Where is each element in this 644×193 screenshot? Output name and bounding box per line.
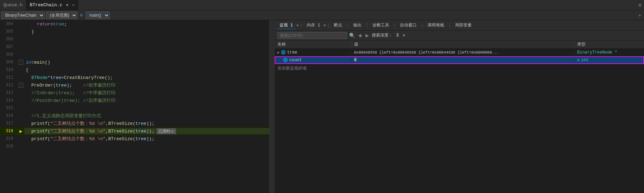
code-lines: 304 return true; 305 } 306: [0, 20, 269, 150]
nav-forward-button[interactable]: ▶: [364, 33, 370, 38]
line-number: 316: [0, 113, 17, 118]
code-line-318: 318 ▶ printf("二叉树结点个数：%d \n", BTreeSize(…: [0, 127, 269, 135]
code-line-317: 317 printf("二叉树结点个数：%d \n", BTreeSize(tr…: [0, 120, 269, 127]
project-selector[interactable]: BinaryTreeChain: [1, 11, 45, 19]
watch-type-count: ↻ int: [574, 57, 644, 63]
col-value: 值: [351, 41, 574, 47]
line-number: 312: [0, 83, 17, 88]
code-line-305: 305 }: [0, 28, 269, 35]
code-content: }: [24, 29, 269, 34]
line-number: 308: [0, 52, 17, 57]
code-content: {: [24, 67, 269, 73]
code-line-313: 313 //InOrder(tree); //中序遍历打印: [0, 89, 269, 97]
tab-close-button[interactable]: ✕: [72, 3, 74, 7]
code-line-309: 309 − int main(): [0, 58, 269, 66]
code-content: //InOrder(tree); //中序遍历打印: [24, 90, 269, 96]
line-number: 315: [0, 106, 17, 111]
code-line-319: 319 printf("二叉树结点个数：%d \n", BTreeSize(tr…: [0, 135, 269, 143]
tab-locals[interactable]: 局部变量: [452, 22, 474, 29]
tab-btreechain-c[interactable]: BTreeChain.c ● ✕: [26, 0, 78, 10]
watch-table: 名称 值 类型 ▶ 🌐 tree 0x00848558 {left=0x0084…: [275, 40, 644, 193]
watch-val-count: 6: [351, 57, 574, 63]
line-gutter: −: [17, 83, 24, 88]
tab-autos[interactable]: 自动窗口: [397, 22, 419, 29]
search-input[interactable]: [277, 32, 347, 39]
line-number: 311: [0, 75, 17, 80]
collapse-button[interactable]: −: [18, 60, 23, 65]
line-number: 314: [0, 98, 17, 103]
function-selector[interactable]: main(): [86, 11, 110, 19]
code-content: //1.定义成静态局部变量打印方式: [24, 113, 269, 119]
depth-label: 搜索深度：: [372, 32, 393, 38]
line-gutter-execution: ▶: [17, 128, 24, 134]
code-line-312: 312 − PreOrder(tree); //前序遍历打印: [0, 81, 269, 89]
execution-badge: 已用时≪: [157, 128, 176, 134]
code-content: return true;: [24, 22, 269, 27]
line-number: 313: [0, 90, 17, 95]
tab-queue-h[interactable]: Queue.h: [0, 0, 26, 10]
tab-label: BTreeChain.c: [30, 2, 63, 8]
watch-type-tree: BinaryTreeNode *: [574, 50, 644, 55]
refresh-icon[interactable]: ↻: [577, 57, 580, 63]
code-line-306: 306: [0, 35, 269, 43]
search-bar: 🔍 ◀ ▶ 搜索深度： 3 ▼: [275, 31, 644, 40]
tab-modified-dot: ●: [66, 2, 69, 8]
tab-breakpoints[interactable]: 断点: [331, 22, 345, 29]
line-number: 304: [0, 22, 17, 26]
watch-name-count: 🌐 count: [275, 58, 351, 63]
watch1-pin[interactable]: ⊕: [296, 23, 299, 27]
watch-val-tree: 0x00848558 {left=0x00848590 {left=0x0084…: [351, 50, 574, 55]
code-line-307: 307: [0, 43, 269, 51]
main-area: 304 return true; 305 } 306: [0, 20, 644, 193]
globe-icon-count: 🌐: [283, 58, 288, 62]
line-number: 317: [0, 121, 17, 126]
code-line-315: 315: [0, 104, 269, 112]
code-line-320: 320: [0, 143, 269, 150]
tab-watch1[interactable]: 监视 1: [277, 22, 296, 29]
depth-dropdown[interactable]: ▼: [401, 33, 407, 38]
tab-memory1[interactable]: 内存 1: [304, 22, 323, 29]
tab-output[interactable]: 输出: [351, 22, 364, 29]
col-type: 类型: [574, 41, 644, 47]
right-panel: 监视 1 ⊕ | 内存 1 ⊕ | 断点 | 输出 | 诊断工具 | 自动窗口 …: [275, 20, 644, 193]
code-line-310: 310 {: [0, 66, 269, 74]
globe-icon: 🌐: [281, 50, 286, 55]
watch-row-count[interactable]: 🌐 count 6 ↻ int: [275, 56, 644, 64]
code-content: int main(): [24, 60, 269, 65]
pin-button[interactable]: +: [637, 13, 643, 18]
line-gutter: −: [17, 60, 24, 65]
scroll-track[interactable]: [270, 20, 275, 193]
nav-back-button[interactable]: ◀: [357, 33, 362, 38]
line-number: 307: [0, 45, 17, 49]
search-button[interactable]: 🔍: [349, 33, 355, 38]
right-top-bar: 监视 1 ⊕ | 内存 1 ⊕ | 断点 | 输出 | 诊断工具 | 自动窗口 …: [275, 20, 644, 31]
code-editor: 304 return true; 305 } 306: [0, 20, 270, 193]
line-number: 319: [0, 136, 17, 141]
col-name: 名称: [275, 41, 351, 47]
line-number: 310: [0, 67, 17, 72]
tab-label: Queue.h: [3, 2, 23, 8]
memory1-pin[interactable]: ⊕: [324, 23, 326, 27]
watch-name-tree: ▶ 🌐 tree: [275, 50, 351, 55]
tab-bar: Queue.h BTreeChain.c ● ✕ ⚙: [0, 0, 644, 10]
code-line-316: 316 //1.定义成静态局部变量打印方式: [0, 112, 269, 120]
code-content: printf("二叉树结点个数：%d \n", BTreeSize(tree))…: [24, 136, 269, 142]
add-watch-hint[interactable]: 添加要监视的项: [275, 64, 644, 73]
line-number: 318: [0, 129, 17, 134]
code-content: //PostOrder(tree); //后序遍历打印: [24, 97, 269, 104]
code-content: printf("二叉树结点个数：%d \n", BTreeSize(tree))…: [24, 128, 269, 134]
tab-callstack[interactable]: 调用堆栈: [425, 22, 447, 29]
watch-row-tree[interactable]: ▶ 🌐 tree 0x00848558 {left=0x00848590 {le…: [275, 49, 644, 56]
scope-bar: BinaryTreeChain (全局范围) ⊙ main() +: [0, 10, 644, 20]
code-line-311: 311 BTNode* tree = CreatBinaryTree();: [0, 74, 269, 81]
code-line-304: 304 return true;: [0, 20, 269, 28]
code-content: printf("二叉树结点个数：%d \n", BTreeSize(tree))…: [24, 120, 269, 127]
collapse-button-312[interactable]: −: [18, 83, 23, 88]
line-number: 305: [0, 29, 17, 34]
settings-icon[interactable]: ⚙: [638, 2, 641, 8]
tab-diagnostics[interactable]: 诊断工具: [370, 22, 392, 29]
watch-header: 名称 值 类型: [275, 40, 644, 49]
function-icon: ⊙: [80, 13, 83, 18]
scope-selector[interactable]: (全局范围): [46, 11, 77, 19]
expand-icon[interactable]: ▶: [277, 50, 280, 55]
